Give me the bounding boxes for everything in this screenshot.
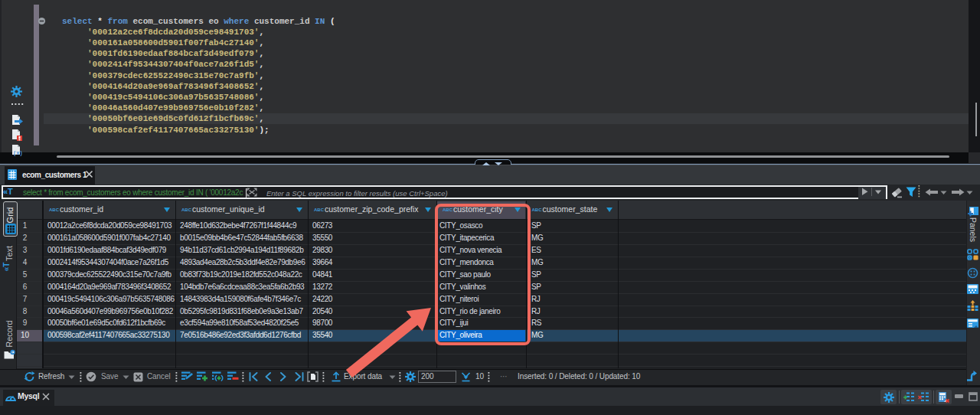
svg-text:(x): (x) (13, 150, 23, 156)
